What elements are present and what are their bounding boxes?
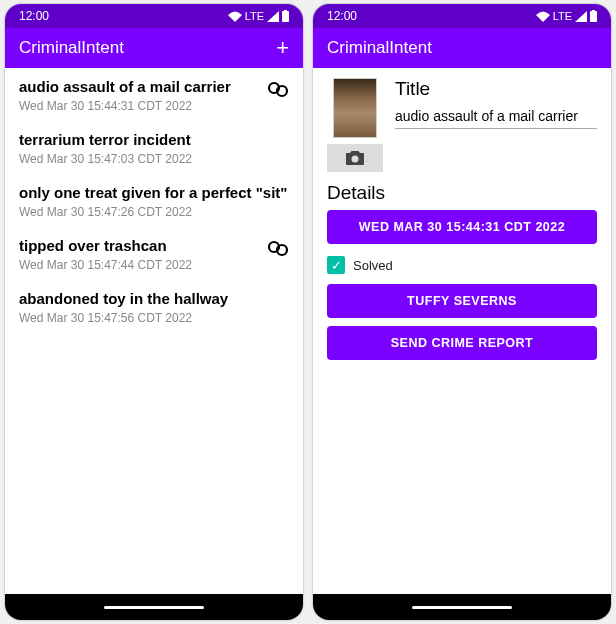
camera-icon <box>345 150 365 166</box>
phone-list: 12:00 LTE CriminalIntent + audio assault… <box>5 4 303 620</box>
crime-title-input[interactable] <box>395 104 597 129</box>
app-bar: CriminalIntent <box>313 28 611 68</box>
nav-pill[interactable] <box>412 606 512 609</box>
wifi-icon <box>536 11 550 22</box>
system-nav-bar <box>5 594 303 620</box>
svg-point-8 <box>352 156 359 163</box>
network-label: LTE <box>245 10 264 22</box>
signal-icon <box>575 11 587 22</box>
crime-detail: Title Details WED MAR 30 15:44:31 CDT 20… <box>313 68 611 594</box>
status-icons: LTE <box>536 10 597 22</box>
list-item[interactable]: only one treat given for a perfect "sit"… <box>5 174 303 227</box>
battery-icon <box>282 10 289 22</box>
crime-title: tipped over trashcan <box>19 237 261 255</box>
network-label: LTE <box>553 10 572 22</box>
crime-date: Wed Mar 30 15:47:26 CDT 2022 <box>19 205 289 219</box>
crime-title: audio assault of a mail carrier <box>19 78 261 96</box>
send-report-button[interactable]: SEND CRIME REPORT <box>327 326 597 360</box>
svg-rect-0 <box>282 11 289 22</box>
add-crime-button[interactable]: + <box>276 35 289 61</box>
solved-checkbox[interactable]: ✓ <box>327 256 345 274</box>
list-item[interactable]: abandoned toy in the hallwayWed Mar 30 1… <box>5 280 303 333</box>
camera-button[interactable] <box>327 144 383 172</box>
crime-list: audio assault of a mail carrierWed Mar 3… <box>5 68 303 594</box>
app-title: CriminalIntent <box>327 38 432 58</box>
app-title: CriminalIntent <box>19 38 124 58</box>
status-bar: 12:00 LTE <box>5 4 303 28</box>
svg-rect-7 <box>592 10 595 12</box>
status-time: 12:00 <box>19 9 49 23</box>
signal-icon <box>267 11 279 22</box>
crime-date: Wed Mar 30 15:44:31 CDT 2022 <box>19 99 261 113</box>
crime-title: abandoned toy in the hallway <box>19 290 289 308</box>
list-item[interactable]: terrarium terror incidentWed Mar 30 15:4… <box>5 121 303 174</box>
nav-pill[interactable] <box>104 606 204 609</box>
app-bar: CriminalIntent + <box>5 28 303 68</box>
phone-detail: 12:00 LTE CriminalIntent Title Details W… <box>313 4 611 620</box>
crime-title: terrarium terror incident <box>19 131 289 149</box>
wifi-icon <box>228 11 242 22</box>
crime-date: Wed Mar 30 15:47:44 CDT 2022 <box>19 258 261 272</box>
battery-icon <box>590 10 597 22</box>
svg-rect-1 <box>284 10 287 12</box>
solved-label: Solved <box>353 258 393 273</box>
crime-date: Wed Mar 30 15:47:03 CDT 2022 <box>19 152 289 166</box>
status-bar: 12:00 LTE <box>313 4 611 28</box>
handcuffs-icon <box>267 239 289 261</box>
status-icons: LTE <box>228 10 289 22</box>
svg-rect-6 <box>590 11 597 22</box>
suspect-button[interactable]: TUFFY SEVERNS <box>327 284 597 318</box>
handcuffs-icon <box>267 80 289 102</box>
check-icon: ✓ <box>331 258 342 273</box>
details-heading: Details <box>327 182 597 204</box>
list-item[interactable]: tipped over trashcanWed Mar 30 15:47:44 … <box>5 227 303 280</box>
list-item[interactable]: audio assault of a mail carrierWed Mar 3… <box>5 68 303 121</box>
title-label: Title <box>395 78 597 100</box>
crime-photo-thumbnail[interactable] <box>333 78 377 138</box>
crime-title: only one treat given for a perfect "sit" <box>19 184 289 202</box>
status-time: 12:00 <box>327 9 357 23</box>
date-button[interactable]: WED MAR 30 15:44:31 CDT 2022 <box>327 210 597 244</box>
crime-date: Wed Mar 30 15:47:56 CDT 2022 <box>19 311 289 325</box>
system-nav-bar <box>313 594 611 620</box>
